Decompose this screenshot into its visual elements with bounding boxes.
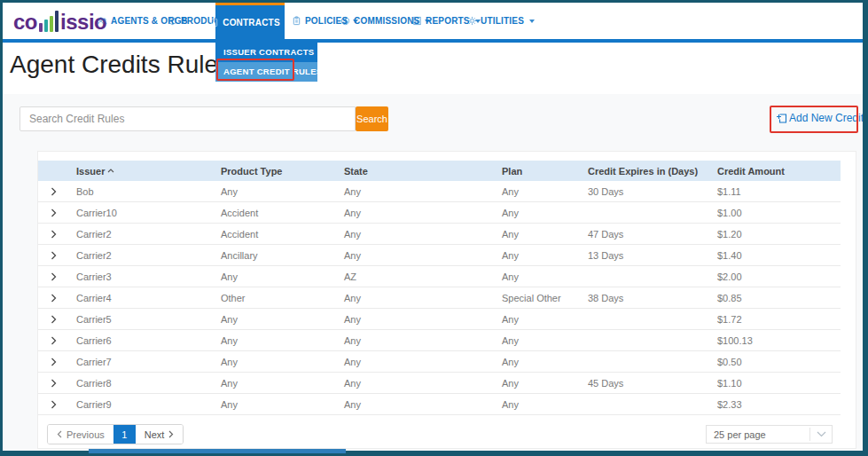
table-row[interactable]: Carrier10 Accident Any Any $1.00 [38, 202, 841, 224]
cell-state: Any [344, 314, 502, 325]
table-row[interactable]: Carrier7 Any Any Any $0.50 [38, 351, 841, 373]
gear-icon [467, 16, 477, 26]
cell-plan: Any [502, 229, 588, 240]
table-row[interactable]: Carrier5 Any Any Any $1.72 [38, 309, 841, 330]
column-header-issuer[interactable]: Issuer [76, 166, 221, 177]
cell-credit-amount: $0.85 [717, 293, 841, 303]
column-header-credit-amount[interactable]: Credit Amount [717, 166, 841, 177]
cell-credit-amount: $2.00 [717, 271, 841, 282]
cell-product-type: Any [221, 314, 344, 325]
row-expand-icon[interactable] [51, 315, 57, 324]
menu-item-issuer-contracts[interactable]: ISSUER CONTRACTS [215, 43, 317, 62]
table-row[interactable]: Bob Any Any Any 30 Days $1.11 [38, 181, 841, 202]
logo-barchart-icon [39, 11, 59, 32]
cell-issuer: Carrier5 [76, 314, 221, 325]
nav-label: CONTRACTS [223, 18, 280, 28]
menu-item-agent-credit-rules[interactable]: AGENT CREDIT RULES [215, 62, 317, 82]
cell-credit-expires: 45 Days [588, 378, 717, 389]
table-row[interactable]: Carrier2 Accident Any Any 47 Days $1.20 [38, 224, 841, 245]
cell-state: Any [344, 378, 502, 389]
search-button[interactable]: Search [356, 106, 388, 131]
row-expand-icon[interactable] [51, 358, 57, 366]
column-header-product-type[interactable]: Product Type [221, 166, 344, 177]
cell-plan: Special Other [502, 293, 588, 303]
top-navbar: co issio AGENTS & ORGS PRODUCTS CONTRACT… [3, 3, 863, 39]
row-expand-icon[interactable] [51, 272, 57, 281]
cell-credit-amount: $0.50 [717, 357, 841, 367]
app-window: co issio AGENTS & ORGS PRODUCTS CONTRACT… [0, 0, 868, 456]
chevron-down-icon [529, 20, 535, 23]
table-row[interactable]: Carrier2 Ancillary Any Any 13 Days $1.40 [38, 245, 841, 266]
table-row[interactable]: Carrier8 Any Any Any 45 Days $1.10 [38, 373, 841, 394]
cell-issuer: Carrier3 [76, 271, 221, 282]
cell-issuer: Carrier4 [76, 293, 221, 303]
add-link-label: Add New Credit Rule [789, 112, 863, 124]
cell-plan: Any [502, 250, 588, 261]
nav-item-utilities[interactable]: UTILITIES [467, 3, 535, 39]
nav-item-contracts[interactable]: CONTRACTS [215, 3, 285, 39]
cell-product-type: Other [221, 293, 344, 303]
cell-issuer: Carrier2 [76, 229, 221, 240]
cell-plan: Any [502, 208, 588, 218]
column-header-plan[interactable]: Plan [502, 166, 588, 177]
cell-plan: Any [502, 378, 588, 389]
cell-product-type: Any [221, 357, 344, 367]
cell-state: Any [344, 335, 502, 346]
row-expand-icon[interactable] [51, 230, 57, 239]
table-row[interactable]: Carrier3 Any AZ Any $2.00 [38, 266, 841, 287]
page-number-1[interactable]: 1 [113, 425, 136, 444]
cell-state: AZ [344, 271, 502, 282]
cell-issuer: Carrier2 [76, 250, 221, 261]
cell-issuer: Bob [76, 186, 221, 197]
next-page-button[interactable]: Next [136, 425, 184, 444]
row-expand-icon[interactable] [51, 251, 57, 260]
column-label: Issuer [76, 166, 105, 177]
cell-credit-expires: 13 Days [588, 250, 717, 261]
cell-issuer: Carrier10 [76, 208, 221, 218]
cell-credit-expires: 38 Days [588, 293, 717, 303]
previous-label: Previous [66, 429, 105, 440]
page: co issio AGENTS & ORGS PRODUCTS CONTRACT… [3, 3, 863, 451]
cell-credit-expires: 47 Days [588, 229, 717, 240]
row-expand-icon[interactable] [51, 336, 57, 345]
table-row[interactable]: Carrier6 Any Any Any $100.13 [38, 330, 841, 351]
previous-page-button[interactable]: Previous [48, 425, 113, 444]
nav-label: COMMISSIONS [354, 16, 419, 26]
per-page-select[interactable]: 25 per page [706, 425, 833, 444]
cell-product-type: Any [221, 186, 344, 197]
chevron-left-icon [57, 430, 62, 438]
cell-plan: Any [502, 357, 588, 367]
cell-issuer: Carrier9 [76, 399, 221, 410]
cell-credit-expires: 30 Days [588, 186, 717, 197]
pagination: Previous 1 Next [47, 424, 184, 444]
cell-plan: Any [502, 186, 588, 197]
cell-state: Any [344, 357, 502, 367]
contracts-dropdown-menu: ISSUER CONTRACTS AGENT CREDIT RULES [215, 43, 317, 82]
cell-plan: Any [502, 399, 588, 410]
cell-credit-amount: $1.40 [717, 250, 841, 261]
table-row[interactable]: Carrier4 Other Any Special Other 38 Days… [38, 287, 841, 309]
column-header-state[interactable]: State [344, 166, 502, 177]
row-expand-icon[interactable] [51, 400, 57, 409]
brand-logo[interactable]: co issio [13, 8, 106, 35]
row-expand-icon[interactable] [51, 187, 57, 196]
chevron-right-icon [168, 430, 174, 438]
next-label: Next [145, 429, 165, 440]
add-new-credit-rule-button[interactable]: Add New Credit Rule [776, 112, 863, 124]
table-row[interactable]: Carrier9 Any Any Any $2.33 [38, 394, 841, 415]
column-header-credit-expires[interactable]: Credit Expires in (Days) [588, 166, 717, 177]
per-page-value: 25 per page [707, 429, 809, 440]
credit-rules-card: Issuer Product Type State Plan Credit Ex… [37, 151, 856, 449]
cell-product-type: Ancillary [221, 250, 344, 261]
cell-product-type: Any [221, 378, 344, 389]
row-expand-icon[interactable] [51, 379, 57, 388]
search-input[interactable] [20, 106, 356, 131]
row-expand-icon[interactable] [51, 208, 57, 217]
add-file-icon [776, 113, 787, 124]
cell-state: Any [344, 208, 502, 218]
page-title: Agent Credits Rules [10, 51, 231, 79]
cell-issuer: Carrier8 [76, 378, 221, 389]
cell-product-type: Any [221, 271, 344, 282]
row-expand-icon[interactable] [51, 294, 57, 303]
horizontal-scrollbar-thumb[interactable] [89, 449, 346, 453]
